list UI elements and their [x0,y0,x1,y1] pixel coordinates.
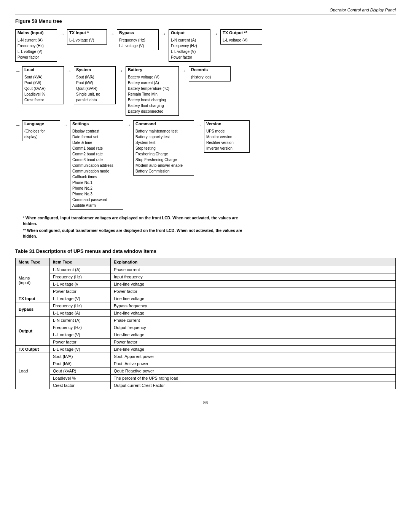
note2: ** When configured, output transformer v… [23,228,244,239]
bypass-cell: Bypass [16,302,50,316]
item-pout: Pout (kW) [50,360,111,367]
table-section: Table 31 Descriptions of UPS menus and d… [15,248,396,389]
output-header: Output [169,30,210,36]
load-header: Load [22,67,64,73]
battery-content: Battery voltage (V) Battery current (A) … [126,73,178,115]
table-row: Bypass Frequency (Hz) Bypass frequency [16,302,396,309]
table-row: TX Output L-L voltage (V) Line-line volt… [16,345,396,353]
col-explanation: Explanation [111,258,396,266]
command-box: Command Battery maintenance test Battery… [133,120,194,176]
menu-tree: Mains (input) L-N current (A) Frequency … [15,29,396,239]
language-box: Language (Choices for display) [22,120,60,141]
tx-output-box: TX Output ** L-L voltage (V) [220,29,262,45]
exp-txout-ll: Line-line voltage [111,345,396,353]
table-row: Mains(input) L-N current (A) Phase curre… [16,266,396,273]
exp-output-ll: Line-line voltage [111,331,396,338]
arrow-5: → [64,68,74,74]
mains-input-content: L-N current (A) Frequency (Hz) L-L volta… [16,36,57,61]
item-output-pf: Power factor [50,338,111,345]
load-cell: Load [16,353,50,389]
system-content: Sout (kVA) Pout (kW) Qout (kVAR) Single … [74,73,115,104]
arrow-8: → [60,122,70,128]
settings-header: Settings [70,121,123,127]
table-row: L-L voltage (A) Line-line voltage [16,309,396,316]
table-row: L-L voltage (V) Line-line voltage [16,331,396,338]
exp-pout: Pout: Active power [111,360,396,367]
tx-output-content: L-L voltage (V) [221,36,262,44]
tx-input-header: TX Input * [67,30,107,36]
item-power-factor: Power factor [50,288,111,295]
page-number: 86 [15,397,396,405]
exp-output-pf: Power factor [111,338,396,345]
bypass-box: Bypass Frequency (Hz) L-L voltage (V) [117,29,159,50]
note1: * When configured, input transformer vol… [23,215,244,226]
descriptions-table: Menu Type Item Type Explanation Mains(in… [15,258,396,389]
table-row: Pout (kW) Pout: Active power [16,360,396,367]
load-content: Sout (kVA) Pout (kW) Qout (kVAR) Loadlev… [22,73,64,104]
table-row: Power factor Power factor [16,338,396,345]
arrow-6: → [116,68,126,74]
item-loadlevel: Loadlevel % [50,374,111,382]
notes-section: * When configured, input transformer vol… [15,215,244,239]
exp-qout: Qout: Reactive power [111,367,396,374]
battery-header: Battery [126,67,178,73]
item-output-ll: L-L voltage (V) [50,331,111,338]
settings-content: Display contrast Date format set Date & … [70,127,123,209]
item-output-ln: L-N current (A) [50,316,111,324]
exp-ll-voltage: Line-line voltage [111,280,396,288]
output-cell: Output [16,316,50,345]
mains-input-box: Mains (input) L-N current (A) Frequency … [15,29,57,62]
page-header: Operator Control and Display Panel [15,8,396,14]
table-title: Table 31 Descriptions of UPS menus and d… [15,248,396,254]
mains-input-header: Mains (input) [16,30,57,36]
item-tx-ll: L-L voltage (V) [50,295,111,302]
item-output-freq: Frequency (Hz) [50,324,111,331]
table-row: L-L voltage (v Line-line voltage [16,280,396,288]
language-header: Language [22,121,60,127]
tx-output-cell: TX Output [16,345,50,353]
col-item-type: Item Type [50,258,111,266]
records-header: Records [189,67,230,73]
exp-crest: Output current Crest Factor [111,382,396,389]
arrow-10: → [194,122,204,128]
exp-bypass-freq: Bypass frequency [111,302,396,309]
table-row: Frequency (Hz) Input frequency [16,273,396,280]
version-box: Version UPS model Monitor version Rectif… [204,120,250,153]
tx-output-header: TX Output ** [221,30,262,36]
output-content: L-N current (A) Frequency (Hz) L-L volta… [169,36,210,61]
table-row: Qout (kVAR) Qout: Reactive power [16,367,396,374]
command-content: Battery maintenance test Battery capacit… [134,127,194,175]
table-row: Crest factor Output current Crest Factor [16,382,396,389]
arrow-3: → [159,31,169,37]
item-bypass-ll: L-L voltage (A) [50,309,111,316]
output-box: Output L-N current (A) Frequency (Hz) L-… [169,29,210,62]
arrow-2: → [107,31,117,37]
load-box: Load Sout (kVA) Pout (kW) Qout (kVAR) Lo… [22,66,64,104]
version-content: UPS model Monitor version Rectifier vers… [204,127,249,152]
system-box: System Sout (kVA) Pout (kW) Qout (kVAR) … [74,66,116,104]
arrow-9: → [123,122,133,128]
language-content: (Choices for display) [22,127,60,141]
exp-tx-ll: Line-line voltage [111,295,396,302]
exp-power-factor: Power factor [111,288,396,295]
item-qout: Qout (kVAR) [50,367,111,374]
system-header: System [74,67,115,73]
table-row: Output L-N current (A) Phase current [16,316,396,324]
exp-frequency-hz: Input frequency [111,273,396,280]
table-row: TX Input L-L voltage (V) Line-line volta… [16,295,396,302]
down-arrow-1: → [15,66,22,74]
records-box: Records (history log) [189,66,231,81]
arrow-7: → [179,68,189,74]
settings-box: Settings Display contrast Date format se… [70,120,123,210]
tx-input-content: L-L voltage (V) [67,36,107,44]
item-frequency-hz: Frequency (Hz) [50,273,111,280]
battery-box: Battery Battery voltage (V) Battery curr… [126,66,179,116]
tx-input-box: TX Input * L-L voltage (V) [67,29,107,45]
table-row: Load Sout (kVA) Sout: Apparent power [16,353,396,360]
item-ll-voltage: L-L voltage (v [50,280,111,288]
item-ln-current: L-N current (A) [50,266,111,273]
exp-output-freq: Output frequency [111,324,396,331]
table-row: Frequency (Hz) Output frequency [16,324,396,331]
mains-input-cell: Mains(input) [16,266,50,295]
arrow-1: → [57,31,67,37]
